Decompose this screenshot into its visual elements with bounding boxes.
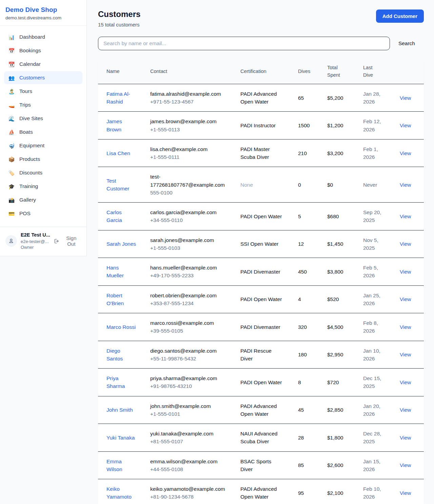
customer-last-dive: Dec 15, 2025 [363, 374, 386, 390]
customer-dives: 65 [294, 84, 323, 112]
table-row: Keiko Yamamoto keiko.yamamoto@example.co… [98, 479, 424, 504]
customer-total-spent: $2,950 [323, 341, 359, 369]
customer-name-link-emma-wilson[interactable]: Emma Wilson [106, 458, 137, 473]
customer-phone: +91-98765-43210 [150, 382, 229, 390]
sidebar-item-tours[interactable]: 🏝️ Tours [4, 85, 82, 98]
view-customer-link[interactable]: View [400, 435, 411, 441]
table-row: Lisa Chen lisa.chen@example.com +1-555-0… [98, 139, 424, 167]
sign-out-icon [54, 238, 59, 244]
column-header-total-spent: Total Spent [323, 59, 359, 84]
customer-phone: +34-555-0110 [150, 216, 229, 224]
sidebar-item-products[interactable]: 📦 Products [4, 153, 82, 166]
customer-name-link-sarah-jones[interactable]: Sarah Jones [106, 240, 136, 248]
view-customer-link[interactable]: View [400, 407, 411, 413]
tag-icon: 🏷️ [8, 170, 15, 175]
customer-name-link-yuki-tanaka[interactable]: Yuki Tanaka [106, 434, 135, 442]
customer-email: hans.mueller@example.com [150, 264, 229, 272]
customer-name-link-test-customer[interactable]: Test Customer [106, 177, 137, 193]
view-customer-link[interactable]: View [400, 462, 411, 468]
customer-certification: PADI Instructor [240, 122, 276, 129]
search-row: Search [98, 37, 424, 50]
people-icon: 👥 [8, 75, 15, 80]
view-customer-link[interactable]: View [400, 150, 411, 156]
customer-phone: +1-555-0111 [150, 153, 229, 161]
view-customer-link[interactable]: View [400, 269, 411, 275]
sidebar-item-label: Customers [19, 75, 45, 81]
view-customer-link[interactable]: View [400, 379, 411, 385]
view-customer-link[interactable]: View [400, 123, 411, 128]
sidebar-item-equipment[interactable]: 🤿 Equipment [4, 139, 82, 152]
view-customer-link[interactable]: View [400, 241, 411, 247]
view-customer-link[interactable]: View [400, 213, 411, 219]
customer-email: sarah.jones@example.com [150, 236, 229, 244]
customer-total-spent: $520 [323, 285, 359, 313]
customer-name-link-john-smith[interactable]: John Smith [106, 406, 133, 414]
sidebar-item-training[interactable]: 🎓 Training [4, 180, 82, 193]
customer-last-dive: Jan 10, 2026 [363, 347, 386, 363]
customer-phone: +971-55-123-4567 [150, 98, 229, 106]
sidebar-item-label: Boats [19, 129, 33, 135]
view-customer-link[interactable]: View [400, 95, 411, 101]
sidebar-item-trips[interactable]: 🚤 Trips [4, 98, 82, 111]
user-email: e2e-tester@... [21, 239, 50, 245]
customer-email: yuki.tanaka@example.com [150, 430, 229, 437]
table-row: Emma Wilson emma.wilson@example.com +44-… [98, 451, 424, 479]
avatar [5, 235, 17, 247]
customer-name-link-marco-rossi[interactable]: Marco Rossi [106, 323, 136, 331]
customer-name-link-diego-santos[interactable]: Diego Santos [106, 347, 137, 363]
user-info: E2E Test U... e2e-tester@... Owner [21, 232, 50, 250]
customer-name-link-fatima-al-rashid[interactable]: Fatima Al-Rashid [106, 90, 137, 106]
sidebar-item-discounts[interactable]: 🏷️ Discounts [4, 166, 82, 179]
page-title: Customers [98, 10, 140, 19]
view-customer-link[interactable]: View [400, 352, 411, 357]
customer-dives: 95 [294, 479, 323, 504]
customer-email: fatima.alrashid@example.com [150, 90, 229, 98]
bar-chart-icon: 📊 [8, 35, 15, 40]
table-row: John Smith john.smith@example.com +1-555… [98, 396, 424, 424]
customer-certification: PADI Open Water [240, 378, 282, 386]
customer-phone: +81-90-1234-5678 [150, 493, 229, 501]
customer-name-link-keiko-yamamoto[interactable]: Keiko Yamamoto [106, 485, 137, 501]
sidebar-item-bookings[interactable]: 📅 Bookings [4, 44, 82, 57]
table-row: Fatima Al-Rashid fatima.alrashid@example… [98, 84, 424, 112]
customer-name-link-lisa-chen[interactable]: Lisa Chen [106, 149, 130, 157]
sidebar-item-pos[interactable]: 💳 POS [4, 207, 82, 220]
view-customer-link[interactable]: View [400, 296, 411, 302]
customer-dives: 8 [294, 369, 323, 396]
customer-certification: PADI Open Water [240, 212, 282, 220]
sidebar-item-boats[interactable]: ⛵ Boats [4, 126, 82, 138]
add-customer-button[interactable]: Add Customer [376, 10, 424, 23]
view-customer-link[interactable]: View [400, 182, 411, 188]
customer-name-link-hans-mueller[interactable]: Hans Mueller [106, 264, 137, 280]
table-row: Marco Rossi marco.rossi@example.com +39-… [98, 313, 424, 341]
table-row: Priya Sharma priya.sharma@example.com +9… [98, 369, 424, 396]
search-input[interactable] [98, 37, 390, 50]
sidebar-item-label: Dashboard [19, 34, 45, 40]
customer-email: carlos.garcia@example.com [150, 208, 229, 216]
sign-out-button[interactable]: Sign Out [54, 235, 81, 247]
customer-name-link-james-brown[interactable]: James Brown [106, 117, 137, 133]
sidebar-item-customers[interactable]: 👥 Customers [4, 71, 82, 84]
customer-last-dive: Dec 28, 2025 [363, 430, 386, 446]
customer-name-link-robert-o-brien[interactable]: Robert O'Brien [106, 292, 137, 307]
customer-dives: 4 [294, 285, 323, 313]
sidebar-item-calendar[interactable]: 📆 Calendar [4, 58, 82, 71]
customer-phone: +39-555-0105 [150, 327, 229, 335]
customer-phone: +44-555-0108 [150, 465, 229, 473]
search-button[interactable]: Search [390, 40, 424, 46]
view-customer-link[interactable]: View [400, 490, 411, 496]
sidebar-item-gallery[interactable]: 📸 Gallery [4, 193, 82, 206]
sidebar-item-label: Trips [19, 102, 31, 108]
customer-phone: +55-11-99876-5432 [150, 355, 229, 362]
view-customer-link[interactable]: View [400, 324, 411, 330]
sidebar-item-dive-sites[interactable]: 🌊 Dive Sites [4, 112, 82, 125]
person-icon [8, 238, 14, 244]
customer-total-spent: $1,200 [323, 112, 359, 139]
customer-last-dive: Jan 28, 2026 [363, 90, 386, 106]
customer-name-link-priya-sharma[interactable]: Priya Sharma [106, 374, 137, 390]
customer-dives: 45 [294, 396, 323, 424]
sidebar-item-dashboard[interactable]: 📊 Dashboard [4, 31, 82, 43]
table-row: Diego Santos diego.santos@example.com +5… [98, 341, 424, 369]
customer-name-link-carlos-garcia[interactable]: Carlos Garcia [106, 208, 137, 224]
customer-total-spent: $3,800 [323, 258, 359, 286]
